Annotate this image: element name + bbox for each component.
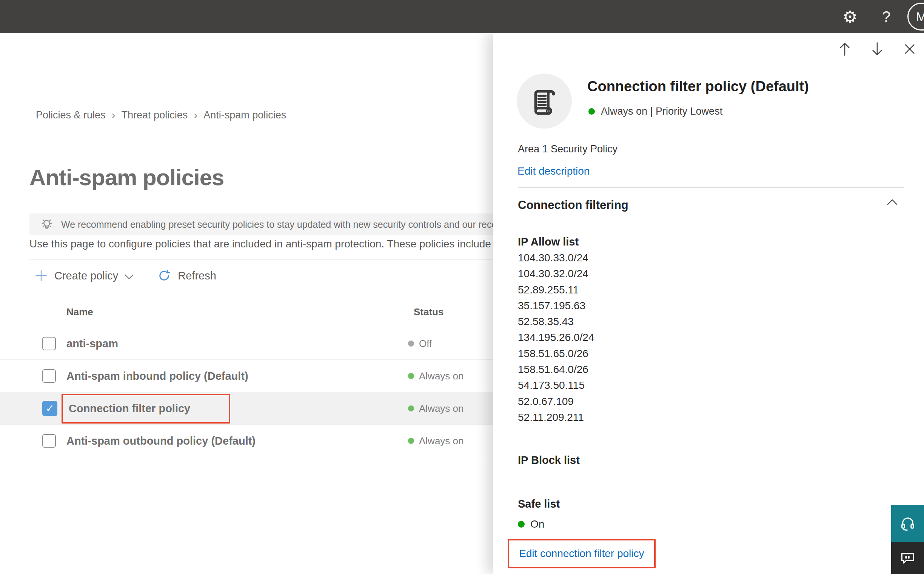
ip-allow-entry: 52.58.35.43 — [518, 314, 594, 330]
breadcrumb-policies-rules[interactable]: Policies & rules — [36, 109, 106, 121]
ip-allow-entry: 134.195.26.0/24 — [518, 330, 594, 345]
help-icon[interactable]: ? — [876, 0, 897, 33]
refresh-label: Refresh — [178, 270, 216, 282]
divider — [518, 187, 904, 188]
ip-allow-entry: 52.89.255.11 — [518, 282, 594, 298]
safe-list-status-text: On — [530, 518, 544, 530]
feedback-button[interactable] — [891, 542, 924, 574]
status-label: Off — [419, 338, 432, 350]
recommendation-banner: We recommend enabling preset security po… — [29, 213, 493, 235]
status-dot — [589, 108, 595, 115]
row-checkbox[interactable] — [42, 369, 56, 383]
command-bar: Create policy Refresh — [35, 266, 216, 285]
status-cell: Always on — [408, 360, 464, 392]
avatar-initial: M — [916, 9, 924, 24]
panel-status: Always on | Priority Lowest — [589, 106, 722, 117]
ip-allow-entry: 158.51.64.0/26 — [518, 362, 594, 377]
next-item-button[interactable] — [870, 41, 885, 57]
table-row[interactable]: anti-spamOff — [0, 327, 493, 360]
ip-allow-entry: 104.30.32.0/24 — [518, 266, 594, 282]
safe-list-status: On — [518, 518, 544, 530]
arrow-down-icon — [870, 41, 884, 57]
status-cell: Always on — [408, 425, 464, 457]
settings-gear-icon[interactable]: ⚙ — [839, 0, 861, 33]
section-connection-filtering: Connection filtering — [518, 199, 628, 212]
table-header: Name Status — [0, 297, 493, 327]
refresh-icon — [157, 269, 171, 282]
policy-description: Area 1 Security Policy — [518, 144, 617, 155]
divider — [29, 259, 493, 260]
policy-name[interactable]: Anti-spam outbound policy (Default) — [66, 425, 256, 457]
policy-name[interactable]: Connection filter policy (Default) — [62, 394, 230, 424]
ip-allow-entry: 52.0.67.109 — [518, 394, 594, 410]
ip-allow-list-label: IP Allow list — [518, 236, 579, 248]
support-button[interactable] — [891, 505, 924, 542]
ip-block-list-label: IP Block list — [518, 454, 580, 467]
close-x-glyph — [903, 43, 916, 55]
ip-allow-entry: 158.51.65.0/26 — [518, 346, 594, 362]
edit-description-link[interactable]: Edit description — [517, 165, 590, 177]
column-header-name[interactable]: Name — [66, 306, 93, 318]
lightbulb-icon — [39, 217, 54, 232]
breadcrumb: Policies & rules › Threat policies › Ant… — [36, 109, 286, 121]
ip-allow-entry: 35.157.195.63 — [518, 298, 594, 314]
feedback-bubble-icon — [899, 550, 916, 566]
banner-text: We recommend enabling preset security po… — [61, 219, 493, 230]
ip-allow-entry: 104.30.33.0/24 — [518, 250, 594, 266]
collapse-section-button[interactable] — [886, 198, 899, 208]
row-checkbox[interactable] — [42, 337, 56, 350]
page-title: Anti-spam policies — [29, 164, 224, 191]
previous-item-button[interactable] — [837, 41, 852, 57]
column-header-status[interactable]: Status — [414, 306, 443, 318]
panel-status-text: Always on | Priority Lowest — [601, 106, 722, 117]
status-dot — [408, 373, 414, 379]
status-dot — [408, 341, 414, 347]
breadcrumb-separator-icon: › — [194, 109, 198, 121]
panel-nav — [837, 41, 917, 57]
account-avatar[interactable]: M — [907, 3, 924, 30]
status-dot — [408, 438, 414, 444]
close-icon[interactable] — [902, 41, 917, 57]
create-policy-button[interactable]: Create policy — [35, 269, 134, 282]
headset-icon — [899, 515, 916, 533]
status-label: Always on — [419, 435, 464, 447]
status-label: Always on — [419, 403, 464, 415]
panel-title: Connection filter policy (Default) — [587, 79, 809, 95]
table-row[interactable]: Anti-spam inbound policy (Default)Always… — [0, 360, 493, 392]
refresh-button[interactable]: Refresh — [157, 269, 216, 282]
chevron-down-icon — [124, 273, 134, 280]
scroll-policy-icon — [528, 85, 560, 117]
policy-table-body: anti-spamOffAnti-spam inbound policy (De… — [0, 327, 493, 457]
plus-icon — [35, 269, 47, 282]
top-app-bar: ⚙ ? M — [0, 0, 924, 33]
row-checkbox-checked[interactable]: ✓ — [42, 401, 57, 416]
status-dot — [408, 405, 414, 412]
policy-name[interactable]: Anti-spam inbound policy (Default) — [66, 360, 248, 392]
status-cell: Always on — [408, 392, 464, 425]
table-row[interactable]: Anti-spam outbound policy (Default)Alway… — [0, 425, 493, 457]
arrow-up-icon — [838, 41, 851, 57]
row-checkbox[interactable] — [42, 434, 56, 448]
edit-connection-filter-policy-link[interactable]: Edit connection filter policy — [519, 547, 644, 560]
main-content: Policies & rules › Threat policies › Ant… — [0, 33, 493, 574]
breadcrumb-separator-icon: › — [112, 109, 115, 121]
policy-type-avatar — [517, 74, 572, 129]
table-row[interactable]: ✓Connection filter policy (Default)Alway… — [0, 392, 493, 425]
breadcrumb-threat-policies[interactable]: Threat policies — [122, 109, 188, 121]
policy-details-panel: Connection filter policy (Default) Alway… — [493, 33, 924, 574]
create-policy-label: Create policy — [54, 270, 118, 282]
status-dot — [518, 521, 525, 528]
status-cell: Off — [408, 327, 432, 360]
page-description: Use this page to configure policies that… — [29, 238, 493, 250]
edit-policy-highlight-box: Edit connection filter policy — [508, 539, 656, 568]
ip-allow-entry: 54.173.50.115 — [518, 377, 594, 393]
policy-name[interactable]: anti-spam — [66, 327, 118, 360]
ip-allow-list: 104.30.33.0/24104.30.32.0/2452.89.255.11… — [518, 250, 594, 426]
chevron-up-icon — [886, 198, 899, 207]
status-label: Always on — [419, 371, 464, 382]
ip-allow-entry: 52.11.209.211 — [518, 410, 594, 426]
breadcrumb-anti-spam-policies[interactable]: Anti-spam policies — [203, 109, 286, 121]
safe-list-label: Safe list — [518, 498, 560, 510]
